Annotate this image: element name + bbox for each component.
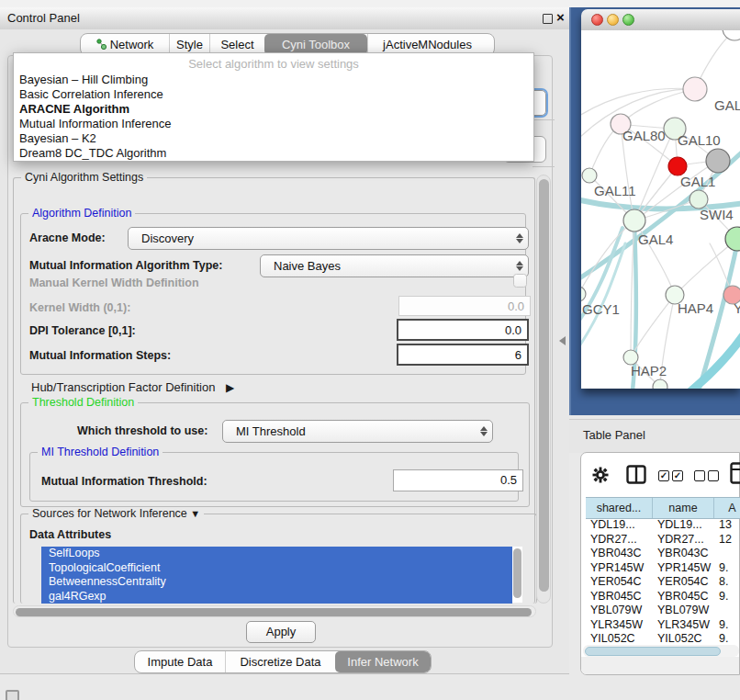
network-window-titlebar[interactable] [581,9,740,31]
table-horizontal-scrollbar-thumb[interactable] [585,647,721,656]
dropdown-item[interactable]: Bayesian – Hill Climbing [19,73,148,87]
gear-icon[interactable] [592,467,609,483]
network-node-gcy1[interactable] [581,287,586,301]
column-header[interactable]: shared... [586,498,653,518]
table-window: ✓ ✓ shared... name A YDL19...YDL19...13Y… [580,452,740,675]
tab-discretize-data[interactable]: Discretize Data [225,651,335,672]
tab-label: Impute Data [148,655,213,669]
screenshot-stage: Control Panel × Network Style Select Cyn… [0,0,740,700]
dropdown-item[interactable]: Dream8 DC_TDC Algorithm [19,146,166,161]
table-cell: YER054C [586,575,653,590]
combo-value: Naive Bayes [261,259,511,273]
network-node-red[interactable] [668,157,687,175]
combo-arrows-icon [476,426,492,436]
node-label: GAL11 [594,183,636,198]
network-node-left-small[interactable] [582,168,597,183]
close-traffic-light[interactable] [591,14,603,26]
node-label: GAL80 [622,128,666,143]
checked-checkbox-icon[interactable]: ✓ [672,470,683,481]
network-node-bottom-partial[interactable] [653,379,667,389]
vertical-scrollbar[interactable] [536,175,551,604]
tab-label: Discretize Data [240,655,320,669]
kernel-width-field[interactable]: 0.0 [398,296,531,316]
table-cell: YBR045C [653,590,714,604]
minimize-traffic-light[interactable] [607,14,619,26]
table-row[interactable]: YER054CYER054C8. [586,575,740,590]
unchecked-checkbox-icon[interactable] [694,470,705,481]
table-row[interactable]: YBR045CYBR045C9. [586,590,740,604]
manual-kernel-checkbox[interactable] [513,274,527,288]
network-node-gray[interactable] [706,149,730,173]
horizontal-scrollbar-thumb[interactable] [16,608,532,616]
dpi-tolerance-label: DPI Tolerance [0,1]: [29,324,136,337]
minimized-panel-icon[interactable] [6,690,19,700]
table-row[interactable]: YPR145WYPR145W9. [586,561,740,576]
mi-steps-field[interactable]: 6 [397,344,529,366]
hub-definition-expander[interactable]: Hub/Transcription Factor Definition ▶ [31,380,234,394]
tab-label: Infer Network [347,655,418,669]
table-row[interactable]: YLR345WYLR345W9. [586,618,740,633]
table-cell: YDL19... [586,518,653,533]
table-cell: YIL052C [653,632,714,645]
sources-title: Sources for Network Inference [32,507,187,520]
node-label: HAP2 [631,363,667,378]
list-item[interactable]: SelfLoops [41,547,512,561]
table-row[interactable]: YIL052CYIL052C9. [586,632,740,645]
table-cell: 9. [714,632,740,645]
table-row[interactable]: YBR043CYBR043C [586,547,740,561]
table-cell: YBR043C [653,547,714,561]
network-canvas[interactable]: GALGAL80GAL10GAL1GAL11SWI4GAL4GCY1HAP4YH… [581,30,740,389]
horizontal-scrollbar[interactable] [13,605,536,617]
close-icon[interactable]: × [556,9,565,25]
apply-button[interactable]: Apply [246,621,316,643]
mi-threshold-field[interactable]: 0.5 [393,469,523,491]
control-panel-titlebar[interactable]: Control Panel × [0,7,569,30]
table-row[interactable]: YBL079WYBL079W [586,604,740,618]
table-cell: 8. [714,575,740,590]
column-header[interactable]: name [653,498,714,518]
node-label: GAL10 [678,132,721,148]
which-threshold-combo[interactable]: MI Threshold [222,420,493,443]
table-horizontal-scrollbar[interactable] [583,645,739,657]
network-node-gal1-green[interactable] [690,190,708,209]
dropdown-item[interactable]: Bayesian – K2 [19,131,96,146]
sources-title-row[interactable]: Sources for Network Inference ▼ [28,507,204,520]
network-node-pink-upper[interactable] [683,77,707,101]
node-label: GAL1 [680,174,715,189]
table-cell: YBR043C [586,547,653,561]
tab-impute-data[interactable]: Impute Data [135,651,225,672]
list-item[interactable]: gal4RGexp [41,590,512,604]
network-window[interactable]: GALGAL80GAL10GAL1GAL11SWI4GAL4GCY1HAP4YH… [581,9,740,389]
dropdown-item[interactable]: Basic Correlation Inference [19,87,163,102]
columns-icon[interactable] [626,465,646,484]
table-row[interactable]: YDL19...YDL19...13 [586,518,740,533]
table-cell: 12 [714,533,740,548]
checked-checkbox-icon[interactable]: ✓ [658,470,669,481]
tab-label: Network [110,38,154,51]
column-header[interactable]: A [714,498,740,518]
panel-splitter-handle[interactable] [559,336,566,345]
table-cell: YBR045C [586,590,653,604]
dropdown-item-selected[interactable]: ARACNE Algorithm [19,102,129,117]
unchecked-checkbox-icon[interactable] [708,470,719,481]
aracne-mode-combo[interactable]: Discovery [128,227,529,250]
list-item[interactable]: BetweennessCentrality [41,575,512,590]
table-file-icon[interactable] [730,462,740,484]
network-node-top-partial[interactable] [723,30,740,40]
zoom-traffic-light[interactable] [622,14,634,26]
dpi-tolerance-field[interactable]: 0.0 [397,319,529,341]
dropdown-placeholder: Select algorithm to view settings [14,57,533,71]
node-label: GAL4 [638,231,673,247]
dropdown-item[interactable]: Mutual Information Inference [19,117,171,131]
list-item[interactable]: TopologicalCoefficient [41,561,512,576]
float-window-icon[interactable] [543,14,553,24]
table-cell: 13 [714,518,740,533]
manual-kernel-label: Manual Kernel Width Definition [29,277,199,289]
table-row[interactable]: YDR27...YDR27...12 [586,533,740,548]
vertical-scrollbar-thumb[interactable] [539,179,549,592]
network-node-gal4[interactable] [623,209,645,231]
list-scrollbar-thumb[interactable] [513,548,521,598]
hub-definition-label: Hub/Transcription Factor Definition [31,380,215,394]
tab-infer-network[interactable]: Infer Network [335,651,431,672]
mi-type-combo[interactable]: Naive Bayes [260,254,529,277]
